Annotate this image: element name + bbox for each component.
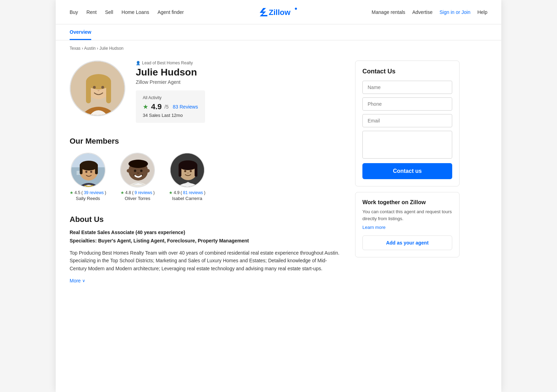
svg-point-10 [93, 86, 96, 89]
about-specialties: Specialties: Buyer's Agent, Listing Agen… [70, 238, 341, 243]
svg-point-30 [134, 170, 136, 172]
chevron-down-icon: ∨ [82, 278, 85, 283]
about-specialty-title: Real Estate Sales Associate (40 years ex… [70, 230, 341, 235]
rating-row: ★ 4.9 /5 83 Reviews [143, 102, 198, 111]
manage-rentals-link[interactable]: Manage rentals [372, 9, 406, 15]
member-reviews-link-isabel[interactable]: 81 reviews [183, 190, 203, 195]
svg-rect-9 [106, 81, 111, 103]
svg-point-28 [127, 169, 130, 173]
agent-name: Julie Hudson [136, 67, 341, 78]
header-right-nav: Manage rentals Advertise Sign in or Join… [372, 9, 487, 15]
phone-input[interactable] [362, 97, 452, 111]
nav-rent[interactable]: Rent [86, 9, 97, 15]
member-rating-isabel: ★ 4.9 (81 reviews) [169, 190, 205, 195]
svg-point-27 [128, 160, 148, 168]
nav-agent-finder[interactable]: Agent finder [157, 9, 184, 15]
svg-rect-8 [86, 81, 91, 103]
sign-in-link[interactable]: Sign in or Join [439, 9, 470, 15]
more-link[interactable]: More ∨ [70, 278, 341, 283]
member-card-sally[interactable]: ★ 4.5 (39 reviews) Sally Reeds [70, 153, 106, 201]
svg-point-29 [146, 169, 150, 173]
specialties-label: Specialties: [70, 238, 97, 243]
member-name-isabel: Isabel Carrerra [172, 196, 202, 201]
svg-rect-38 [195, 165, 197, 177]
message-input[interactable] [362, 131, 452, 159]
contact-card-title: Contact Us [362, 68, 452, 75]
member-name-oliver: Oliver Torres [125, 196, 150, 201]
members-title: Our Members [70, 137, 341, 146]
svg-point-11 [101, 86, 104, 89]
member-rating-sally: ★ 4.5 (39 reviews) [70, 190, 106, 195]
rating-number: 4.9 [151, 102, 162, 111]
work-together-card: Work together on Zillow You can contact … [355, 192, 460, 257]
svg-point-22 [85, 171, 87, 173]
member-avatar-oliver [120, 153, 155, 187]
about-description: Top Producing Best Homes Realty Team wit… [70, 249, 341, 272]
contact-card: Contact Us Contact us [355, 61, 460, 186]
svg-point-39 [184, 170, 186, 172]
more-label: More [70, 278, 81, 283]
work-together-title: Work together on Zillow [362, 199, 452, 206]
learn-more-link[interactable]: Learn more [362, 225, 452, 230]
advertise-link[interactable]: Advertise [412, 9, 432, 15]
main-content: Lead of Best Homes Realty Julie Hudson Z… [56, 54, 501, 301]
star-icon: ★ [143, 103, 148, 111]
main-nav: Buy Rent Sell Home Loans Agent finder [70, 9, 184, 15]
email-input[interactable] [362, 114, 452, 127]
add-agent-button[interactable]: Add as your agent [362, 235, 452, 250]
member-rating-val-isabel: 4.9 [174, 190, 180, 195]
member-name-sally: Sally Reeds [76, 196, 100, 201]
member-reviews-link-sally[interactable]: 39 reviews [84, 190, 104, 195]
nav-sell[interactable]: Sell [105, 9, 113, 15]
sales-info: 34 Sales Last 12mo [143, 113, 198, 118]
tab-bar: Overview [56, 24, 501, 40]
help-link[interactable]: Help [477, 9, 487, 15]
member-star-oliver: ★ [120, 190, 124, 195]
name-input[interactable] [362, 81, 452, 94]
svg-point-1 [295, 8, 297, 10]
svg-point-40 [190, 170, 192, 172]
left-content: Lead of Best Homes Realty Julie Hudson Z… [70, 61, 341, 294]
agent-profile: Lead of Best Homes Realty Julie Hudson Z… [70, 61, 341, 123]
about-section: About Us Real Estate Sales Associate (40… [70, 215, 341, 283]
agent-avatar [70, 61, 125, 116]
nav-buy[interactable]: Buy [70, 9, 78, 15]
header: Buy Rent Sell Home Loans Agent finder Zi… [56, 0, 501, 24]
member-avatar-isabel [170, 153, 205, 187]
svg-point-31 [140, 170, 143, 172]
about-title: About Us [70, 215, 341, 224]
activity-box: All Activity ★ 4.9 /5 83 Reviews 34 Sale… [136, 90, 205, 123]
breadcrumb-texas[interactable]: Texas [70, 46, 80, 51]
tab-overview[interactable]: Overview [70, 24, 91, 40]
breadcrumb-austin[interactable]: Austin [82, 46, 96, 51]
member-star-isabel: ★ [169, 190, 173, 195]
contact-button[interactable]: Contact us [362, 163, 452, 179]
rating-out-of: /5 [165, 104, 169, 110]
zillow-logo[interactable]: Zillow [257, 5, 299, 19]
svg-rect-20 [80, 164, 83, 174]
nav-home-loans[interactable]: Home Loans [121, 9, 149, 15]
svg-rect-21 [95, 164, 98, 174]
breadcrumb-agent: Julie Hudson [97, 46, 124, 51]
members-section: Our Members [70, 137, 341, 201]
work-together-desc: You can contact this agent and request t… [362, 208, 452, 222]
svg-text:Zillow: Zillow [269, 8, 291, 17]
member-card-isabel[interactable]: ★ 4.9 (81 reviews) Isabel Carrerra [169, 153, 205, 201]
agent-role-label: Lead of Best Homes Realty [136, 61, 341, 65]
member-reviews-link-oliver[interactable]: 9 reviews [135, 190, 152, 195]
members-grid: ★ 4.5 (39 reviews) Sally Reeds [70, 153, 341, 201]
member-star-sally: ★ [70, 190, 73, 195]
member-rating-val-sally: 4.5 [74, 190, 80, 195]
right-sidebar: Contact Us Contact us Work together on Z… [355, 61, 460, 294]
svg-rect-37 [179, 165, 181, 177]
member-rating-val-oliver: 4.8 [125, 190, 131, 195]
activity-label: All Activity [143, 95, 198, 100]
member-rating-oliver: ★ 4.8 (9 reviews) [120, 190, 155, 195]
agent-title: Zillow Premier Agent [136, 79, 341, 85]
agent-info: Lead of Best Homes Realty Julie Hudson Z… [136, 61, 341, 123]
svg-point-36 [179, 160, 197, 170]
svg-point-23 [90, 171, 92, 173]
reviews-link[interactable]: 83 Reviews [173, 104, 198, 110]
member-card-oliver[interactable]: ★ 4.8 (9 reviews) Oliver Torres [120, 153, 155, 201]
breadcrumb: Texas Austin Julie Hudson [56, 40, 501, 54]
